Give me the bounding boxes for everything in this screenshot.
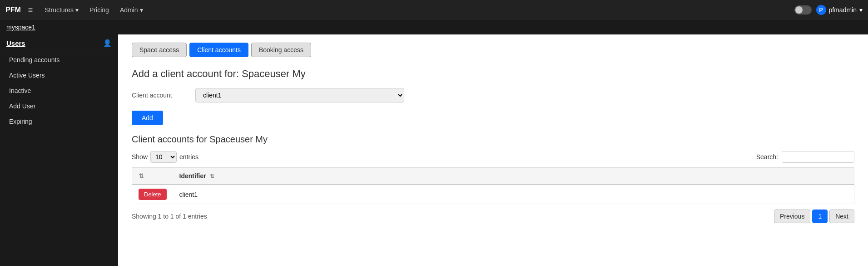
table-row: Delete client1: [132, 185, 854, 204]
table-section: Client accounts for Spaceuser My Show 10…: [132, 134, 854, 223]
sidebar-item-add-user[interactable]: Add User: [0, 98, 118, 114]
add-form-title: Add a client account for: Spaceuser My: [132, 68, 854, 80]
structures-chevron-icon: ▾: [75, 6, 79, 14]
sidebar-item-pending-accounts[interactable]: Pending accounts: [0, 52, 118, 68]
nav-pricing[interactable]: Pricing: [85, 4, 114, 16]
table-controls-right: Search:: [756, 151, 854, 163]
delete-button[interactable]: Delete: [139, 189, 167, 200]
navbar: PFM ≡ Structures ▾ Pricing Admin ▾ P pfm…: [0, 0, 868, 20]
main-layout: Users 👤 Pending accounts Active Users In…: [0, 34, 868, 266]
show-label: Show: [132, 153, 148, 161]
table-header-action: ⇅: [132, 168, 173, 185]
navbar-user[interactable]: P pfmadmin ▾: [816, 5, 863, 15]
pagination-bar: Showing 1 to 1 of 1 entries Previous 1 N…: [132, 210, 854, 223]
sort-icon: ⇅: [139, 172, 144, 180]
table-controls: Show 10 25 50 100 entries Search:: [132, 151, 854, 163]
entries-label: entries: [179, 153, 198, 161]
tab-bar: Space access Client accounts Booking acc…: [132, 43, 854, 57]
nav-admin[interactable]: Admin ▾: [115, 4, 148, 16]
table-header-identifier[interactable]: Identifier ⇅: [173, 168, 854, 185]
pagination-controls: Previous 1 Next: [774, 210, 854, 223]
nav-structures[interactable]: Structures ▾: [40, 4, 83, 16]
admin-chevron-icon: ▾: [140, 6, 143, 14]
sidebar-item-label: Inactive: [9, 87, 31, 94]
user-icon-letter: P: [819, 7, 823, 13]
table-controls-left: Show 10 25 50 100 entries: [132, 151, 198, 163]
sidebar: Users 👤 Pending accounts Active Users In…: [0, 34, 118, 266]
hamburger-icon[interactable]: ≡: [28, 5, 33, 15]
sidebar-item-label: Add User: [9, 102, 35, 110]
tab-space-access[interactable]: Space access: [132, 43, 187, 57]
sidebar-item-expiring[interactable]: Expiring: [0, 114, 118, 129]
user-chevron-icon: ▾: [859, 6, 863, 14]
navbar-left: PFM ≡ Structures ▾ Pricing Admin ▾: [5, 4, 148, 16]
client-account-select[interactable]: client1: [195, 88, 404, 102]
breadcrumb-link[interactable]: myspace1: [6, 24, 35, 31]
sidebar-title: Users: [6, 39, 25, 47]
navbar-brand: PFM: [5, 6, 21, 14]
table-section-title: Client accounts for Spaceuser My: [132, 134, 854, 145]
client-accounts-table: ⇅ Identifier ⇅ Delete client1: [132, 167, 854, 204]
client-account-row: Client account client1: [132, 88, 854, 102]
structures-label: Structures: [45, 6, 74, 14]
previous-button[interactable]: Previous: [774, 210, 810, 223]
sidebar-item-label: Active Users: [9, 72, 45, 79]
tab-client-accounts[interactable]: Client accounts: [189, 43, 248, 57]
table-cell-identifier: client1: [173, 185, 854, 204]
toggle-knob: [795, 6, 803, 14]
show-entries-select[interactable]: 10 25 50 100: [150, 151, 177, 163]
search-input[interactable]: [782, 151, 854, 163]
client-account-label: Client account: [132, 92, 186, 99]
showing-info: Showing 1 to 1 of 1 entries: [132, 213, 207, 220]
admin-label: Admin: [120, 6, 138, 14]
sidebar-item-active-users[interactable]: Active Users: [0, 68, 118, 83]
table-header-row: ⇅ Identifier ⇅: [132, 168, 854, 185]
page-1-button[interactable]: 1: [812, 210, 828, 223]
sidebar-header[interactable]: Users 👤: [0, 34, 118, 52]
pricing-label: Pricing: [89, 6, 109, 14]
identifier-sort-icon: ⇅: [210, 173, 214, 180]
sidebar-item-inactive[interactable]: Inactive: [0, 83, 118, 98]
tab-booking-access[interactable]: Booking access: [251, 43, 311, 57]
username-label: pfmadmin: [829, 6, 857, 14]
next-button[interactable]: Next: [829, 210, 854, 223]
add-button[interactable]: Add: [132, 111, 163, 125]
sidebar-item-label: Pending accounts: [9, 56, 60, 63]
toggle-switch[interactable]: [794, 5, 812, 15]
navbar-right: P pfmadmin ▾: [794, 5, 863, 15]
sidebar-item-label: Expiring: [9, 118, 32, 125]
search-label: Search:: [756, 153, 778, 161]
breadcrumb-bar: myspace1: [0, 20, 868, 34]
table-cell-delete: Delete: [132, 185, 173, 204]
content-area: Space access Client accounts Booking acc…: [118, 34, 868, 266]
user-icon: P: [816, 5, 826, 15]
identifier-column-label: Identifier: [179, 172, 206, 180]
add-client-form: Add a client account for: Spaceuser My C…: [132, 68, 854, 125]
navbar-links: Structures ▾ Pricing Admin ▾: [40, 4, 147, 16]
sidebar-user-icon: 👤: [103, 39, 112, 47]
